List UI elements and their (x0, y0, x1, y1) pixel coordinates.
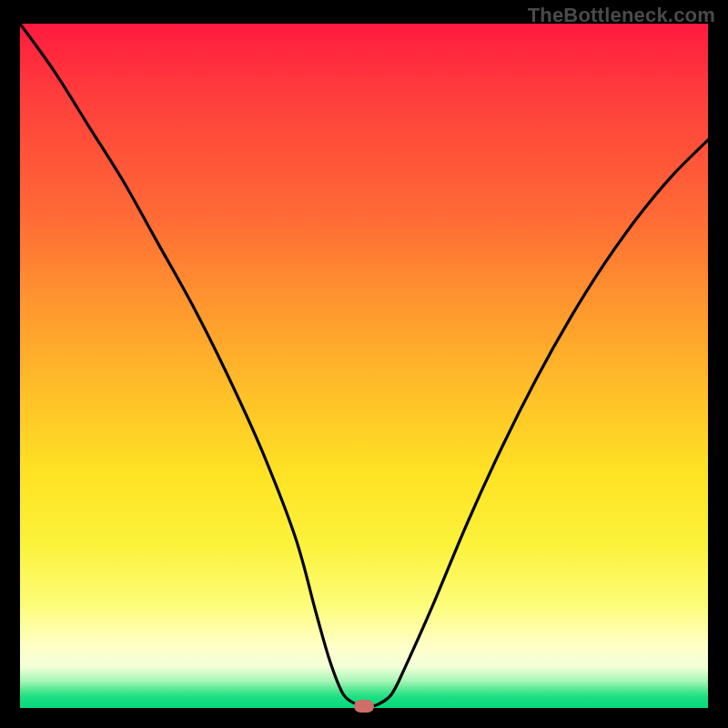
plot-area (20, 24, 708, 708)
chart-container: TheBottleneck.com (0, 0, 728, 728)
curve-path (20, 24, 708, 706)
optimal-point-marker (354, 700, 374, 713)
bottleneck-curve (20, 24, 708, 708)
watermark-text: TheBottleneck.com (528, 4, 715, 27)
